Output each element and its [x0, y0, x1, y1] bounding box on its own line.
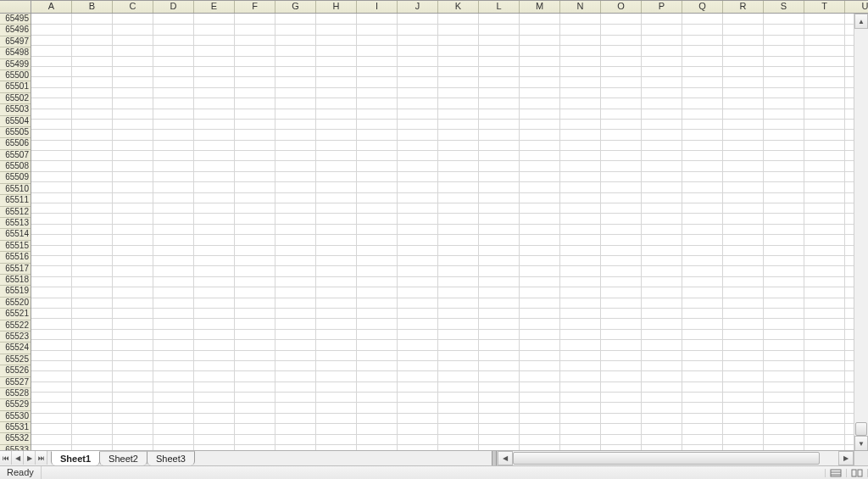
cell[interactable]: [845, 150, 854, 161]
cell[interactable]: [804, 150, 845, 161]
cell[interactable]: [275, 119, 316, 130]
cell[interactable]: [153, 171, 194, 182]
cell[interactable]: [357, 76, 398, 87]
cell[interactable]: [479, 129, 520, 140]
cell[interactable]: [275, 287, 316, 298]
cell[interactable]: [479, 109, 520, 120]
cell[interactable]: [275, 329, 316, 340]
cell[interactable]: [520, 434, 560, 445]
cell[interactable]: [804, 287, 845, 298]
cell[interactable]: [31, 423, 72, 434]
cell[interactable]: [804, 97, 845, 109]
cell[interactable]: [235, 129, 275, 140]
cell[interactable]: [153, 14, 194, 25]
cell[interactable]: [72, 24, 113, 35]
cell[interactable]: [316, 192, 357, 203]
cell[interactable]: [764, 24, 804, 35]
cell[interactable]: [438, 298, 479, 309]
cell[interactable]: [31, 339, 72, 350]
cell[interactable]: [194, 87, 235, 98]
cell[interactable]: [682, 87, 723, 98]
cell[interactable]: [723, 287, 764, 298]
cell[interactable]: [642, 119, 682, 130]
cell[interactable]: [275, 76, 316, 87]
cell[interactable]: [520, 181, 560, 192]
cell[interactable]: [31, 392, 72, 403]
cell[interactable]: [560, 308, 601, 319]
cell[interactable]: [153, 370, 194, 382]
cell[interactable]: [723, 360, 764, 371]
cell[interactable]: [845, 265, 854, 276]
cell[interactable]: [764, 171, 804, 182]
cell[interactable]: [764, 181, 804, 192]
column-header[interactable]: C: [113, 1, 153, 13]
cell[interactable]: [275, 56, 316, 67]
cell[interactable]: [235, 370, 275, 382]
cell[interactable]: [764, 234, 804, 245]
cell[interactable]: [316, 265, 357, 276]
cell[interactable]: [194, 350, 235, 361]
cell[interactable]: [601, 402, 642, 413]
cell[interactable]: [804, 413, 845, 424]
cell[interactable]: [682, 360, 723, 371]
cell[interactable]: [804, 245, 845, 256]
cell[interactable]: [194, 402, 235, 413]
cell[interactable]: [438, 392, 479, 403]
cell[interactable]: [560, 87, 601, 98]
cell[interactable]: [153, 76, 194, 87]
row-header[interactable]: 65498: [0, 47, 31, 58]
cell[interactable]: [804, 24, 845, 35]
cell[interactable]: [194, 298, 235, 309]
column-header[interactable]: O: [601, 1, 642, 13]
cell[interactable]: [398, 140, 438, 151]
cell[interactable]: [764, 129, 804, 140]
cell[interactable]: [316, 276, 357, 287]
cell[interactable]: [723, 213, 764, 224]
cell[interactable]: [438, 56, 479, 67]
cell[interactable]: [845, 24, 854, 35]
cell[interactable]: [357, 234, 398, 245]
cell[interactable]: [357, 97, 398, 109]
cell[interactable]: [479, 24, 520, 35]
cell[interactable]: [72, 444, 113, 450]
cell[interactable]: [438, 150, 479, 161]
cell[interactable]: [153, 413, 194, 424]
cell[interactable]: [235, 255, 275, 266]
cell[interactable]: [438, 24, 479, 35]
column-header[interactable]: R: [723, 1, 764, 13]
cell[interactable]: [235, 276, 275, 287]
cell[interactable]: [804, 203, 845, 214]
cell[interactable]: [235, 350, 275, 361]
cell[interactable]: [560, 109, 601, 120]
cell[interactable]: [601, 392, 642, 403]
cell[interactable]: [682, 339, 723, 350]
cell[interactable]: [560, 245, 601, 256]
cell[interactable]: [845, 160, 854, 171]
row-header[interactable]: 65527: [0, 377, 31, 388]
cell[interactable]: [113, 382, 153, 393]
cell[interactable]: [520, 245, 560, 256]
cell[interactable]: [153, 339, 194, 350]
cell[interactable]: [438, 382, 479, 393]
cell[interactable]: [682, 24, 723, 35]
cell[interactable]: [804, 224, 845, 235]
cell[interactable]: [113, 265, 153, 276]
cell[interactable]: [113, 287, 153, 298]
cell[interactable]: [642, 329, 682, 340]
cell[interactable]: [560, 150, 601, 161]
cell[interactable]: [113, 360, 153, 371]
cell[interactable]: [845, 224, 854, 235]
cell[interactable]: [357, 87, 398, 98]
cell[interactable]: [72, 350, 113, 361]
cell[interactable]: [398, 413, 438, 424]
cell[interactable]: [682, 203, 723, 214]
cell[interactable]: [31, 24, 72, 35]
cell[interactable]: [316, 434, 357, 445]
cell[interactable]: [398, 234, 438, 245]
cell[interactable]: [316, 97, 357, 109]
cell[interactable]: [804, 308, 845, 319]
cell[interactable]: [235, 224, 275, 235]
cell[interactable]: [520, 140, 560, 151]
scroll-up-button[interactable]: ▲: [854, 14, 868, 29]
cell[interactable]: [153, 45, 194, 56]
